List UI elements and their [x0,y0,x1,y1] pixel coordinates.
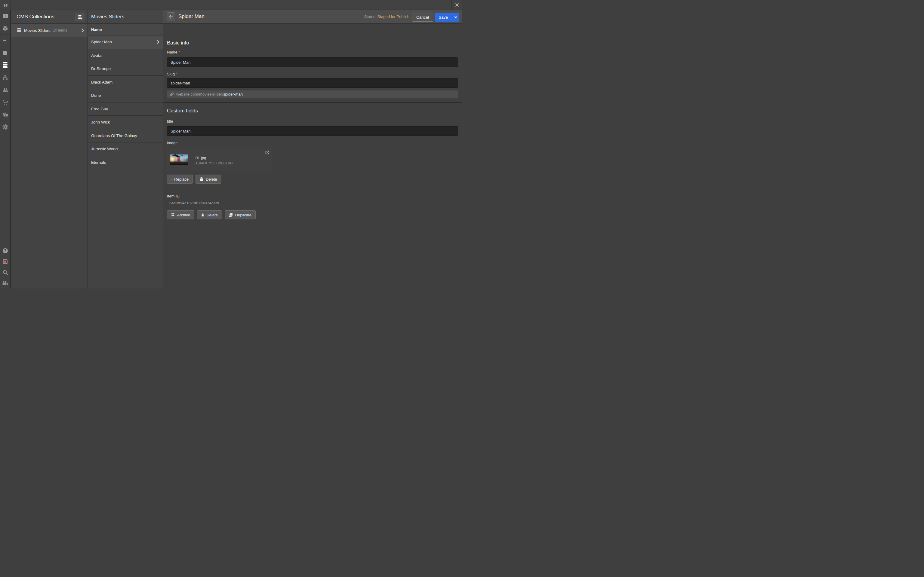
collection-item-count: 10 items [53,28,67,32]
cms-database-icon [3,62,8,69]
chevron-down-icon [454,16,457,18]
list-item-label: Guardians Of The Galaxy [91,134,137,138]
collections-panel-header: CMS Collections [11,10,87,24]
duplicate-icon [229,213,233,217]
column-header-name[interactable]: Name [88,24,163,35]
help-button[interactable]: ? [0,245,10,256]
gear-icon [2,124,8,130]
editor-content: Basic info Name* Spider Man Slug* spider… [163,24,462,288]
open-asset-button[interactable] [265,151,269,155]
required-asterisk: * [176,72,178,76]
link-icon [170,92,174,96]
basic-info-heading: Basic info [167,40,189,46]
list-item-label: Avatar [91,53,103,58]
slug-input[interactable]: spider-man [167,78,458,88]
extensions-button[interactable] [0,256,10,267]
add-collection-icon [77,15,83,20]
item-editor: Spider Man Status: Staged for Publish Ca… [163,10,462,288]
section-divider [163,102,462,103]
trash-icon [201,213,204,217]
required-asterisk: * [179,50,180,55]
list-item[interactable]: Dr Strange [88,62,163,76]
record-icon [3,259,8,264]
settings-button[interactable] [0,121,10,133]
editor-header: Spider Man Status: Staged for Publish Ca… [163,10,462,24]
assets-icon [2,112,8,117]
name-input[interactable]: Spider Man [167,57,458,67]
archive-item-button[interactable]: Archive [167,210,194,219]
save-button[interactable]: Save [435,13,452,22]
cube-icon [2,26,8,31]
collection-database-icon [17,28,21,32]
items-list: Name Spider ManAvatarDr StrangeBlack Ada… [88,24,163,169]
back-button[interactable] [167,12,175,21]
title-field-label: title [167,119,173,124]
users-button[interactable] [0,84,10,96]
url-slug: spider-man [223,92,243,97]
logic-button[interactable] [0,71,10,84]
list-item-label: Black Adam [91,80,113,84]
users-icon [2,88,8,92]
list-item[interactable]: John Wick [88,116,163,129]
help-icon: ? [3,248,8,253]
list-item[interactable]: Dune [88,89,163,103]
list-item[interactable]: Free Guy [88,103,163,116]
items-panel-title: Movies Sliders [91,14,124,20]
list-item[interactable]: Spider Man [88,35,163,49]
list-item-label: Jurassic World [91,147,118,151]
delete-item-button[interactable]: Delete [197,210,222,219]
assets-button[interactable] [0,108,10,121]
list-item[interactable]: Guardians Of The Galaxy [88,129,163,143]
duplicate-item-button[interactable]: Duplicate [225,210,256,219]
image-thumbnail-cell[interactable] [167,148,191,171]
cms-button[interactable] [0,59,10,71]
save-options-button[interactable] [452,13,459,22]
editor-title: Spider Man [178,13,205,19]
trash-icon [200,177,204,181]
items-panel: Name Spider ManAvatarDr StrangeBlack Ada… [87,10,163,288]
cancel-button[interactable]: Cancel [412,13,433,22]
chevron-right-icon [157,40,160,44]
name-field-label: Name* [167,50,180,55]
pages-button[interactable] [0,47,10,59]
close-button[interactable] [451,0,462,10]
replace-image-button[interactable]: Replace [167,175,193,184]
collections-panel: Movies Sliders 10 items [11,10,87,288]
collection-row-movies-sliders[interactable]: Movies Sliders 10 items [11,24,87,37]
search-icon [3,270,8,275]
url-prefix: website.com/movies-slider/ [176,92,223,97]
video-tutorials-button[interactable] [0,278,10,288]
save-button-group: Save [435,13,459,22]
image-field-label: image [167,141,178,145]
cart-icon [2,100,8,105]
navigator-button[interactable] [0,35,10,47]
archive-icon [171,213,175,217]
list-item[interactable]: Eternals [88,156,163,169]
items-panel-header: Movies Sliders [88,10,163,24]
collections-panel-title: CMS Collections [16,14,55,20]
list-item[interactable]: Black Adam [88,76,163,89]
ecommerce-button[interactable] [0,96,10,108]
list-item-label: Dr Strange [91,66,111,71]
left-toolbar: + [0,10,11,288]
title-input[interactable]: Spider Man [167,126,458,136]
image-filename: 01.jpg [195,156,272,160]
search-button[interactable] [0,267,10,278]
list-item-label: Free Guy [91,107,108,111]
add-collection-button[interactable] [75,13,84,21]
page-icon [3,50,8,56]
list-item[interactable]: Avatar [88,49,163,63]
image-file-info: 01.jpg 1344 × 755 • 291.3 kB [191,148,272,171]
top-bar: w [0,0,462,10]
add-elements-button[interactable]: + [0,10,10,22]
close-icon [455,3,459,7]
plus-icon: + [3,14,8,18]
list-item[interactable]: Jurassic World [88,142,163,156]
section-divider [163,189,462,189]
components-button[interactable] [0,22,10,35]
delete-image-button[interactable]: Delete [195,175,221,184]
list-item-label: Dune [91,93,101,98]
list-item-label: Spider Man [91,40,112,44]
webflow-logo[interactable]: w [0,0,11,10]
item-id-label: Item ID [167,194,179,198]
